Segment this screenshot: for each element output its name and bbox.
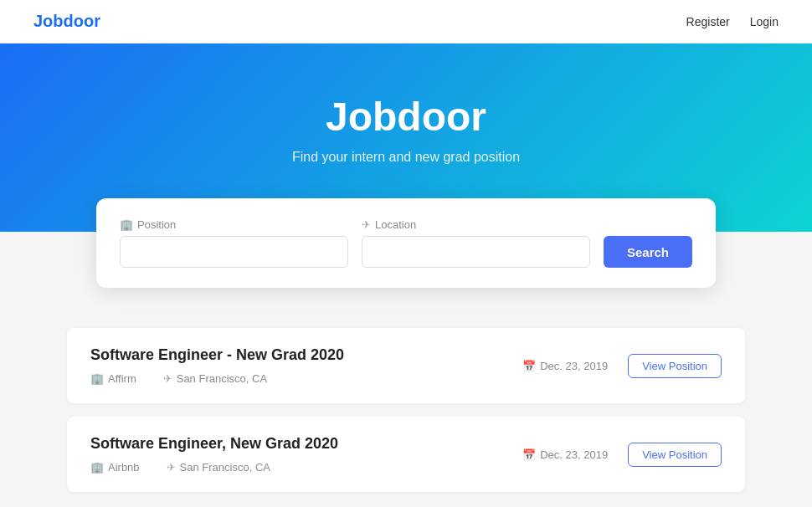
calendar-icon: 📅 xyxy=(522,448,536,461)
search-card: 🏢 Position ✈ Location Search xyxy=(96,198,716,288)
brand-logo[interactable]: Jobdoor xyxy=(33,12,100,31)
location-field: ✈ Location xyxy=(362,218,590,268)
nav-links: Register Login xyxy=(686,15,779,28)
calendar-icon: 📅 xyxy=(522,360,536,372)
company-meta: 🏢 Airbnb xyxy=(90,461,140,474)
job-meta: 🏢 Affirm ✈ San Francisco, CA xyxy=(90,372,522,385)
location-name: San Francisco, CA xyxy=(180,461,270,474)
building-icon: 🏢 xyxy=(120,218,133,231)
location-name: San Francisco, CA xyxy=(177,372,267,385)
location-label: ✈ Location xyxy=(362,218,590,231)
job-meta: 🏢 Airbnb ✈ San Francisco, CA xyxy=(90,461,522,474)
location-input[interactable] xyxy=(362,236,590,268)
company-icon: 🏢 xyxy=(90,461,104,474)
company-icon: 🏢 xyxy=(90,372,104,385)
job-card: Software Engineer - New Grad 2020 🏢 Affi… xyxy=(67,328,745,403)
register-link[interactable]: Register xyxy=(686,15,730,28)
job-actions: 📅 Dec. 23, 2019 View Position xyxy=(522,443,722,467)
job-date: 📅 Dec. 23, 2019 xyxy=(522,448,608,461)
company-meta: 🏢 Affirm xyxy=(90,372,136,385)
search-card-wrapper: 🏢 Position ✈ Location Search xyxy=(0,198,812,288)
job-card: Software Engineer, New Grad 2020 🏢 Airbn… xyxy=(67,417,745,492)
login-link[interactable]: Login xyxy=(750,15,779,28)
location-meta: ✈ San Francisco, CA xyxy=(163,372,267,385)
position-label: 🏢 Position xyxy=(120,218,348,231)
hero-subtitle: Find your intern and new grad position xyxy=(33,150,779,165)
navbar: Jobdoor Register Login xyxy=(0,0,812,44)
location-icon: ✈ xyxy=(362,218,371,231)
job-actions: 📅 Dec. 23, 2019 View Position xyxy=(522,354,722,378)
job-info: Software Engineer - New Grad 2020 🏢 Affi… xyxy=(90,346,522,385)
view-position-button[interactable]: View Position xyxy=(628,354,722,378)
view-position-button[interactable]: View Position xyxy=(628,443,722,467)
job-title: Software Engineer - New Grad 2020 xyxy=(90,346,522,364)
job-date: 📅 Dec. 23, 2019 xyxy=(522,360,608,372)
date-text: Dec. 23, 2019 xyxy=(540,360,608,372)
date-text: Dec. 23, 2019 xyxy=(540,448,608,461)
job-title: Software Engineer, New Grad 2020 xyxy=(90,435,522,453)
position-input[interactable] xyxy=(120,236,348,268)
company-name: Affirm xyxy=(108,372,136,385)
position-field: 🏢 Position xyxy=(120,218,348,268)
job-info: Software Engineer, New Grad 2020 🏢 Airbn… xyxy=(90,435,522,474)
company-name: Airbnb xyxy=(108,461,140,474)
location-meta: ✈ San Francisco, CA xyxy=(167,461,270,474)
search-button[interactable]: Search xyxy=(604,236,692,268)
pin-icon: ✈ xyxy=(163,372,172,385)
job-listings: Software Engineer - New Grad 2020 🏢 Affi… xyxy=(0,288,812,507)
hero-title: Jobdoor xyxy=(33,94,779,140)
pin-icon: ✈ xyxy=(167,461,176,474)
